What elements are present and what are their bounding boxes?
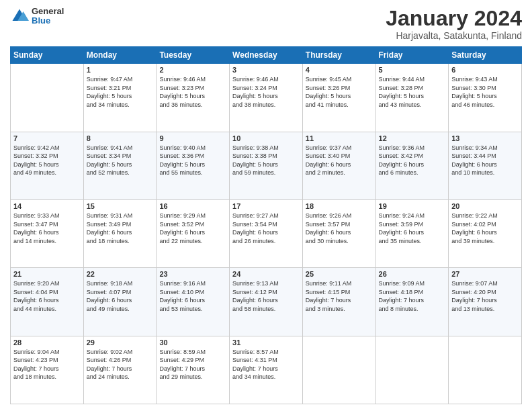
day-info: Sunrise: 9:45 AM Sunset: 3:26 PM Dayligh… [306,75,373,109]
table-row: 31Sunrise: 8:57 AM Sunset: 4:31 PM Dayli… [230,336,303,404]
day-info: Sunrise: 9:09 AM Sunset: 4:18 PM Dayligh… [379,279,446,313]
table-row: 24Sunrise: 9:13 AM Sunset: 4:12 PM Dayli… [230,268,303,336]
day-info: Sunrise: 9:43 AM Sunset: 3:30 PM Dayligh… [451,75,519,109]
day-info: Sunrise: 9:31 AM Sunset: 3:49 PM Dayligh… [87,212,154,245]
day-info: Sunrise: 9:02 AM Sunset: 4:26 PM Dayligh… [87,348,154,381]
table-row: 11Sunrise: 9:37 AM Sunset: 3:40 PM Dayli… [302,132,375,199]
table-row: 14Sunrise: 9:33 AM Sunset: 3:47 PM Dayli… [11,199,84,267]
day-info: Sunrise: 8:57 AM Sunset: 4:31 PM Dayligh… [232,348,300,381]
day-info: Sunrise: 9:29 AM Sunset: 3:52 PM Dayligh… [159,212,226,245]
day-info: Sunrise: 9:40 AM Sunset: 3:36 PM Dayligh… [159,144,226,177]
table-row: 19Sunrise: 9:24 AM Sunset: 3:59 PM Dayli… [375,199,449,267]
day-number: 2 [159,66,226,74]
calendar-table: Sunday Monday Tuesday Wednesday Thursday… [10,46,522,404]
month-year-title: January 2024 [386,7,522,30]
day-number: 10 [232,134,300,142]
day-number: 18 [306,202,373,210]
table-row: 2Sunrise: 9:46 AM Sunset: 3:23 PM Daylig… [157,64,230,132]
location-subtitle: Harjavalta, Satakunta, Finland [386,30,522,41]
day-number: 16 [159,202,226,210]
day-number: 25 [306,270,373,278]
table-row: 20Sunrise: 9:22 AM Sunset: 4:02 PM Dayli… [449,199,522,267]
table-row: 30Sunrise: 8:59 AM Sunset: 4:29 PM Dayli… [157,336,230,404]
calendar-week-3: 14Sunrise: 9:33 AM Sunset: 3:47 PM Dayli… [11,199,522,267]
table-row: 4Sunrise: 9:45 AM Sunset: 3:26 PM Daylig… [302,64,375,132]
table-row: 23Sunrise: 9:16 AM Sunset: 4:10 PM Dayli… [157,268,230,336]
table-row: 16Sunrise: 9:29 AM Sunset: 3:52 PM Dayli… [157,199,230,267]
day-number: 13 [451,134,519,142]
day-number: 3 [232,66,300,74]
day-info: Sunrise: 9:27 AM Sunset: 3:54 PM Dayligh… [232,212,300,245]
day-number: 28 [13,338,81,347]
day-number: 9 [159,134,226,142]
day-number: 12 [379,134,446,142]
day-number: 31 [232,338,300,347]
day-number: 15 [87,202,154,210]
table-row: 21Sunrise: 9:20 AM Sunset: 4:04 PM Dayli… [11,268,84,336]
logo: General Blue [10,7,64,26]
day-number: 19 [379,202,446,210]
day-number: 21 [13,270,81,278]
table-row: 8Sunrise: 9:41 AM Sunset: 3:34 PM Daylig… [83,132,157,199]
day-number: 8 [87,134,154,142]
day-number: 22 [87,270,154,278]
logo-text: General Blue [32,7,64,26]
day-number: 20 [451,202,519,210]
day-number: 5 [379,66,446,74]
day-number: 23 [159,270,226,278]
day-info: Sunrise: 9:46 AM Sunset: 3:23 PM Dayligh… [159,75,226,109]
table-row: 15Sunrise: 9:31 AM Sunset: 3:49 PM Dayli… [83,199,157,267]
calendar-week-5: 28Sunrise: 9:04 AM Sunset: 4:23 PM Dayli… [11,336,522,404]
day-info: Sunrise: 9:13 AM Sunset: 4:12 PM Dayligh… [232,279,300,313]
logo-icon [10,7,29,26]
day-number: 1 [87,66,154,74]
day-info: Sunrise: 9:20 AM Sunset: 4:04 PM Dayligh… [13,279,81,313]
table-row: 27Sunrise: 9:07 AM Sunset: 4:20 PM Dayli… [449,268,522,336]
table-row: 28Sunrise: 9:04 AM Sunset: 4:23 PM Dayli… [11,336,84,404]
table-row: 22Sunrise: 9:18 AM Sunset: 4:07 PM Dayli… [83,268,157,336]
table-row: 7Sunrise: 9:42 AM Sunset: 3:32 PM Daylig… [11,132,84,199]
table-row [302,336,375,404]
calendar-week-4: 21Sunrise: 9:20 AM Sunset: 4:04 PM Dayli… [11,268,522,336]
day-number: 11 [306,134,373,142]
calendar-week-1: 1Sunrise: 9:47 AM Sunset: 3:21 PM Daylig… [11,64,522,132]
table-row [11,64,84,132]
day-info: Sunrise: 9:38 AM Sunset: 3:38 PM Dayligh… [232,144,300,177]
table-row: 1Sunrise: 9:47 AM Sunset: 3:21 PM Daylig… [83,64,157,132]
table-row: 12Sunrise: 9:36 AM Sunset: 3:42 PM Dayli… [375,132,449,199]
table-row: 26Sunrise: 9:09 AM Sunset: 4:18 PM Dayli… [375,268,449,336]
header: General Blue January 2024 Harjavalta, Sa… [10,7,522,41]
table-row: 9Sunrise: 9:40 AM Sunset: 3:36 PM Daylig… [157,132,230,199]
day-info: Sunrise: 9:22 AM Sunset: 4:02 PM Dayligh… [451,212,519,245]
day-info: Sunrise: 8:59 AM Sunset: 4:29 PM Dayligh… [159,348,226,381]
table-row: 5Sunrise: 9:44 AM Sunset: 3:28 PM Daylig… [375,64,449,132]
table-row: 3Sunrise: 9:46 AM Sunset: 3:24 PM Daylig… [230,64,303,132]
day-info: Sunrise: 9:37 AM Sunset: 3:40 PM Dayligh… [306,144,373,177]
logo-blue: Blue [32,16,64,26]
day-info: Sunrise: 9:36 AM Sunset: 3:42 PM Dayligh… [379,144,446,177]
day-info: Sunrise: 9:42 AM Sunset: 3:32 PM Dayligh… [13,144,81,177]
header-thursday: Thursday [302,47,375,64]
table-row: 10Sunrise: 9:38 AM Sunset: 3:38 PM Dayli… [230,132,303,199]
day-info: Sunrise: 9:18 AM Sunset: 4:07 PM Dayligh… [87,279,154,313]
table-row [449,336,522,404]
day-number: 17 [232,202,300,210]
day-number: 29 [87,338,154,347]
day-number: 7 [13,134,81,142]
header-sunday: Sunday [11,47,84,64]
calendar-week-2: 7Sunrise: 9:42 AM Sunset: 3:32 PM Daylig… [11,132,522,199]
day-info: Sunrise: 9:11 AM Sunset: 4:15 PM Dayligh… [306,279,373,313]
day-info: Sunrise: 9:16 AM Sunset: 4:10 PM Dayligh… [159,279,226,313]
title-block: January 2024 Harjavalta, Satakunta, Finl… [386,7,522,41]
table-row: 29Sunrise: 9:02 AM Sunset: 4:26 PM Dayli… [83,336,157,404]
day-number: 14 [13,202,81,210]
table-row [375,336,449,404]
day-info: Sunrise: 9:07 AM Sunset: 4:20 PM Dayligh… [451,279,519,313]
day-number: 27 [451,270,519,278]
table-row: 25Sunrise: 9:11 AM Sunset: 4:15 PM Dayli… [302,268,375,336]
day-info: Sunrise: 9:44 AM Sunset: 3:28 PM Dayligh… [379,75,446,109]
page: General Blue January 2024 Harjavalta, Sa… [0,0,532,411]
header-saturday: Saturday [449,47,522,64]
logo-general: General [32,7,64,16]
day-number: 24 [232,270,300,278]
